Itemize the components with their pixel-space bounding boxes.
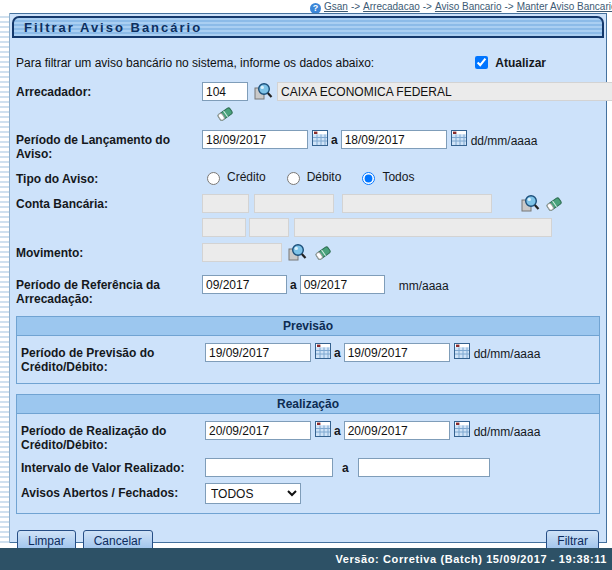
intro-text: Para filtrar um aviso bancário no sistem… [16,53,471,72]
movimento-eraser-icon[interactable] [314,243,333,261]
periodo-realizacao-separator: a [331,421,344,438]
periodo-realizacao-to-input[interactable] [344,421,450,440]
conta-bancaria-banco-nome-field [202,218,246,237]
conta-bancaria-search-icon[interactable] [520,194,541,214]
periodo-lancamento-separator: a [328,130,341,147]
conta-bancaria-agencia-nome-field [249,218,289,237]
periodo-realizacao-label: Período de Realização do Crédito/Débito: [21,421,205,452]
periodo-referencia-label: Período de Referência da Arrecadação: [16,275,202,306]
movimento-field [202,243,282,262]
page-frame: Filtrar Aviso Bancário Para filtrar um a… [0,13,612,543]
help-icon[interactable]: ? [310,3,321,13]
arrecadador-label: Arrecadador: [16,82,202,99]
tipo-aviso-option-todos[interactable]: Todos [357,169,414,185]
periodo-previsao-to-input[interactable] [344,343,450,362]
conta-bancaria-conta-field [342,194,492,213]
breadcrumb-link-arrecadacao[interactable]: Arrecadacao [363,1,420,12]
periodo-realizacao-to-calendar-icon[interactable] [454,421,470,437]
periodo-realizacao-from-input[interactable] [205,421,311,440]
realizacao-section-title: Realização [17,395,599,414]
conta-bancaria-agencia-field [254,194,334,213]
breadcrumb-link-manter-aviso-bancario[interactable]: Manter Aviso Bancario [517,1,612,12]
periodo-referencia-to-input[interactable] [300,275,385,294]
realizacao-section: Realização Período de Realização do Créd… [16,394,600,514]
periodo-referencia-format: mm/aaaa [399,275,449,293]
version-text: Versão: Corretiva (Batch) 15/09/2017 - 1… [335,553,607,565]
avisos-abertos-fechados-label: Avisos Abertos / Fechados: [21,483,205,500]
periodo-lancamento-format: dd/mm/aaaa [471,130,538,148]
periodo-previsao-from-input[interactable] [205,343,311,362]
tipo-aviso-option-credito[interactable]: Crédito [202,169,266,185]
breadcrumb: ?Gsan->Arrecadacao->Aviso Bancario->Mant… [0,0,612,13]
conta-bancaria-descricao-field [294,218,552,237]
breadcrumb-separator: -> [351,1,360,12]
main-panel: Filtrar Aviso Bancário Para filtrar um a… [10,13,607,543]
intervalo-valor-to-input[interactable] [358,458,490,477]
periodo-referencia-separator: a [287,275,300,292]
tipo-aviso-label: Tipo do Aviso: [16,169,202,186]
periodo-lancamento-to-calendar-icon[interactable] [451,130,467,146]
periodo-lancamento-label: Período de Lançamento do Aviso: [16,130,202,161]
periodo-previsao-separator: a [331,343,344,360]
tipo-aviso-radio-todos[interactable] [362,172,375,185]
tipo-aviso-debito-label: Débito [307,170,342,184]
periodo-previsao-format: dd/mm/aaaa [474,343,541,361]
arrecadador-eraser-icon[interactable] [216,104,235,122]
periodo-previsao-from-calendar-icon[interactable] [315,343,331,359]
tipo-aviso-radio-debito[interactable] [287,172,300,185]
arrecadador-name-field [277,82,612,101]
page-title: Filtrar Aviso Bancário [12,16,604,38]
breadcrumb-link-aviso-bancario[interactable]: Aviso Bancario [435,1,502,12]
periodo-lancamento-to-input[interactable] [341,130,447,149]
breadcrumb-separator: -> [423,1,432,12]
tipo-aviso-todos-label: Todos [382,170,414,184]
movimento-search-icon[interactable] [287,243,308,263]
tipo-aviso-credito-label: Crédito [227,170,266,184]
movimento-label: Movimento: [16,243,202,260]
periodo-lancamento-from-calendar-icon[interactable] [312,130,328,146]
periodo-previsao-to-calendar-icon[interactable] [454,343,470,359]
atualizar-label: Atualizar [495,56,546,70]
tipo-aviso-option-debito[interactable]: Débito [282,169,342,185]
periodo-realizacao-from-calendar-icon[interactable] [315,421,331,437]
intervalo-valor-label: Intervalo de Valor Realizado: [21,458,205,475]
atualizar-checkbox[interactable] [475,56,488,69]
conta-bancaria-eraser-icon[interactable] [545,194,564,212]
conta-bancaria-label: Conta Bancária: [16,194,202,211]
arrecadador-search-icon[interactable] [253,82,274,102]
version-footer: Versão: Corretiva (Batch) 15/09/2017 - 1… [0,548,612,570]
periodo-referencia-from-input[interactable] [202,275,287,294]
conta-bancaria-banco-field [202,194,249,213]
intervalo-valor-separator: a [339,458,352,475]
atualizar-option[interactable]: Atualizar [471,53,546,72]
periodo-realizacao-format: dd/mm/aaaa [474,421,541,439]
tipo-aviso-radio-credito[interactable] [207,172,220,185]
arrecadador-code-input[interactable] [202,82,248,101]
breadcrumb-link-gsan[interactable]: Gsan [324,1,348,12]
periodo-previsao-label: Período de Previsão do Crédito/Débito: [21,343,205,374]
previsao-section-title: Previsão [17,317,599,336]
left-stripe-border [0,13,10,543]
breadcrumb-separator: -> [504,1,513,12]
intervalo-valor-from-input[interactable] [205,458,333,477]
previsao-section: Previsão Período de Previsão do Crédito/… [16,316,600,384]
periodo-lancamento-from-input[interactable] [202,130,308,149]
avisos-abertos-fechados-select[interactable]: TODOS [205,483,301,504]
